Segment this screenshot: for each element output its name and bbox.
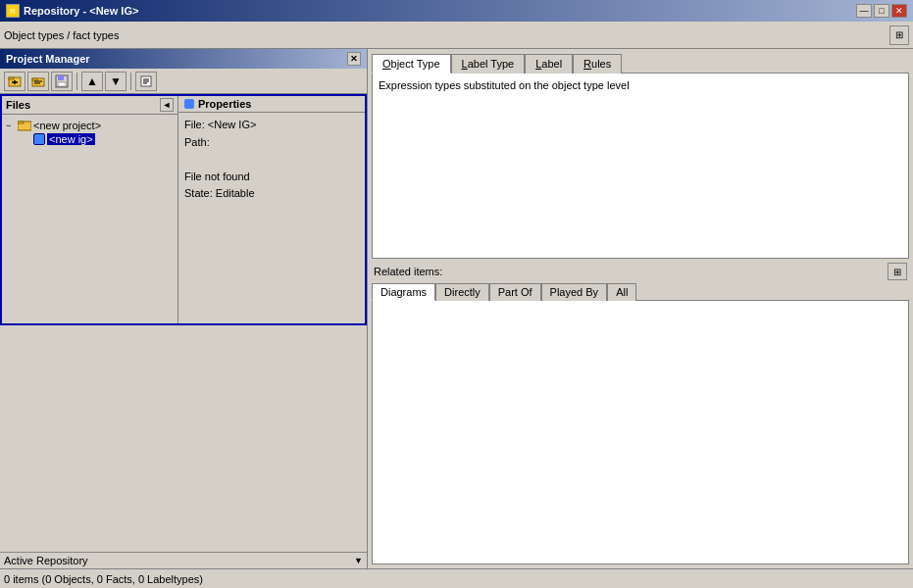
- tree-child-container: <new ig>: [22, 132, 174, 146]
- related-items-label: Related items:: [374, 266, 442, 277]
- prop-state: State: Editable: [184, 185, 359, 203]
- related-tabs: Diagrams Directly Part Of Played By All: [372, 282, 909, 300]
- main-tabs: Object Type Label Type Label Rules: [372, 53, 909, 73]
- properties-button[interactable]: [135, 72, 157, 91]
- files-label: Files: [6, 99, 30, 111]
- toolbar-label: Object types / fact types: [4, 29, 889, 41]
- minimize-button[interactable]: —: [856, 4, 872, 18]
- move-up-button[interactable]: ▲: [81, 72, 103, 91]
- prop-icon: [184, 99, 194, 109]
- new-folder-button[interactable]: [4, 72, 25, 91]
- tab-object-type-label: Object Type: [382, 58, 440, 70]
- grid-icon-button[interactable]: ⊞: [889, 25, 909, 45]
- prop-spacer: [184, 151, 359, 169]
- related-tab-diagrams[interactable]: Diagrams: [372, 283, 435, 301]
- svg-rect-9: [58, 75, 64, 80]
- main-tab-content: Expression types substituted on the obje…: [372, 73, 909, 259]
- related-grid-icon-button[interactable]: ⊞: [888, 263, 907, 280]
- left-panel: Project Manager ✕ ▲ ▼: [0, 49, 368, 568]
- related-tab-part-of[interactable]: Part Of: [489, 283, 541, 301]
- folder-icon: [18, 120, 31, 131]
- tab-label-type[interactable]: Label Type: [451, 54, 526, 74]
- toolbar-separator: [76, 73, 77, 90]
- related-tab-directly[interactable]: Directly: [435, 283, 489, 301]
- file-icon: [33, 133, 45, 145]
- tab-object-type[interactable]: Object Type: [372, 54, 451, 74]
- title-bar: R Repository - <New IG> — □ ✕: [0, 0, 913, 22]
- files-header: Files ◄: [2, 96, 178, 115]
- file-tree: − <new project> <new ig>: [2, 115, 178, 323]
- tree-expander: −: [6, 121, 16, 130]
- svg-rect-16: [18, 122, 24, 123]
- active-repo-bar: Active Repository ▼: [0, 552, 367, 568]
- properties-panel: Properties File: <New IG> Path: File not…: [178, 96, 365, 323]
- related-items-header: Related items: ⊞: [372, 259, 909, 282]
- properties-label: Properties: [198, 98, 251, 110]
- tab-label-label: Label: [535, 58, 562, 70]
- pm-toolbar: ▲ ▼: [0, 69, 367, 94]
- tab-content-text: Expression types substituted on the obje…: [373, 74, 908, 97]
- open-folder-button[interactable]: [27, 72, 49, 91]
- move-down-button[interactable]: ▼: [105, 72, 127, 91]
- tab-rules-label: Rules: [583, 58, 611, 70]
- related-tab-all[interactable]: All: [607, 283, 636, 301]
- window-title: Repository - <New IG>: [24, 5, 138, 17]
- prop-path: Path:: [184, 134, 359, 152]
- project-manager-title: Project Manager: [6, 53, 90, 65]
- tree-root-item[interactable]: − <new project>: [6, 119, 174, 132]
- save-button[interactable]: [51, 72, 73, 91]
- related-content: [372, 300, 909, 564]
- files-collapse-button[interactable]: ◄: [160, 98, 174, 112]
- active-repo-dropdown-arrow[interactable]: ▼: [354, 556, 363, 565]
- tab-rules[interactable]: Rules: [573, 54, 622, 74]
- svg-rect-5: [32, 78, 37, 80]
- toolbar-separator-2: [130, 73, 131, 90]
- pm-lower-empty: [0, 325, 367, 553]
- properties-content: File: <New IG> Path: File not found Stat…: [178, 113, 365, 207]
- svg-rect-10: [58, 82, 66, 86]
- right-panel: Object Type Label Type Label Rules Expre…: [368, 49, 913, 568]
- project-manager-header: Project Manager ✕: [0, 49, 367, 69]
- close-button[interactable]: ✕: [891, 4, 907, 18]
- app-icon: R: [6, 4, 20, 18]
- tab-label-type-label: Label Type: [462, 58, 515, 70]
- status-text: 0 items (0 Objects, 0 Facts, 0 Labeltype…: [4, 573, 203, 585]
- pm-body: Files ◄ − <new project>: [0, 94, 367, 325]
- active-repo-label: Active Repository: [4, 555, 88, 566]
- svg-rect-1: [9, 77, 14, 79]
- tree-child-item[interactable]: <new ig>: [22, 132, 174, 146]
- maximize-button[interactable]: □: [874, 4, 889, 18]
- related-tab-played-by[interactable]: Played By: [541, 283, 608, 301]
- prop-file: File: <New IG>: [184, 117, 359, 134]
- window-controls: — □ ✕: [856, 4, 907, 18]
- project-manager-close-button[interactable]: ✕: [347, 52, 361, 66]
- tree-root-label[interactable]: <new project>: [33, 120, 101, 131]
- tab-label[interactable]: Label: [525, 54, 573, 74]
- prop-file-not-found: File not found: [184, 169, 359, 186]
- files-panel: Files ◄ − <new project>: [2, 96, 178, 323]
- tree-child-label[interactable]: <new ig>: [47, 133, 95, 145]
- main-toolbar: Object types / fact types ⊞: [0, 22, 913, 49]
- status-bar: 0 items (0 Objects, 0 Facts, 0 Labeltype…: [0, 568, 913, 588]
- properties-header: Properties: [178, 96, 365, 113]
